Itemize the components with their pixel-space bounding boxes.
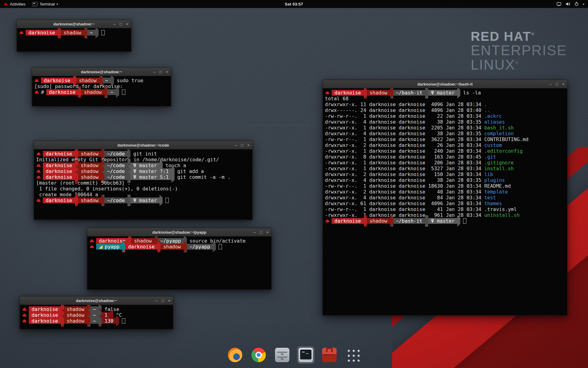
prompt-segment-user: darknoise [332, 218, 364, 224]
clock[interactable]: Sat 03:57 [285, 2, 303, 6]
redhat-logo-icon [3, 2, 8, 6]
maximize-button[interactable]: □ [241, 143, 243, 147]
prompt-line: #darknoiseshadow~ [34, 89, 169, 95]
file-row: -rwxrwxr-x. 1 darknoise darknoise 206 Ja… [325, 160, 565, 166]
titlebar[interactable]: darknoise@shadow:~ – □ × [17, 20, 131, 28]
file-name: README.md [484, 183, 511, 189]
top-bar: Activities Terminal ▾ Sat 03:57 ▾ [0, 0, 588, 8]
redhat-prompt-icon [36, 175, 41, 179]
titlebar[interactable]: darknoise@shadow:~ – □ × [32, 68, 171, 76]
prompt-segment-path: ~/code [104, 168, 128, 174]
terminal-content[interactable]: darknoiseshadow~sudo true[sudo] password… [32, 76, 171, 106]
maximize-button[interactable]: □ [160, 70, 162, 74]
terminal-content[interactable]: darknoiseshadow~falsedarknoiseshadow~1^C… [20, 305, 173, 329]
maximize-button[interactable]: □ [120, 22, 122, 26]
redhat-prompt-icon [325, 91, 330, 95]
dock-item-firefox[interactable] [226, 346, 244, 364]
dock-item-terminal[interactable] [297, 346, 315, 364]
minimize-button[interactable]: – [155, 299, 157, 303]
minimize-button[interactable]: – [235, 143, 237, 147]
close-button[interactable]: × [168, 299, 170, 303]
minimize-button[interactable]: – [153, 70, 155, 74]
file-row: drwxrwxr-x. 2 darknoise darknoise 40 Jan… [325, 189, 565, 195]
app-menu-terminal[interactable]: Terminal ▾ [29, 0, 61, 8]
terminal-cursor [122, 90, 125, 95]
file-row: drwxrwxr-x. 8 darknoise darknoise 163 Ja… [325, 154, 565, 160]
dock-item-chrome[interactable] [250, 346, 267, 364]
prompt-segment-user: darknoise [41, 78, 73, 83]
minimize-button[interactable]: – [549, 82, 552, 86]
segment-arrow [116, 315, 119, 327]
prompt-segment-user: darknoise [29, 306, 61, 312]
terminal-icon [299, 348, 313, 362]
maximize-button[interactable]: □ [260, 230, 262, 234]
background-trace-line [244, 125, 310, 125]
prompt-segment-path: ~/code [104, 174, 128, 180]
command-text: git commit -a -m . [177, 174, 230, 180]
prompt-segment-git: Ψ master [428, 90, 457, 96]
close-button[interactable]: × [266, 230, 269, 234]
dock-item-files[interactable] [273, 346, 291, 364]
terminal-mini-icon [32, 2, 38, 6]
prompt-segment-path: ~/pyapp [158, 238, 184, 244]
titlebar[interactable]: darknoise@shadow:~/code – □ × [34, 141, 252, 149]
system-status-area[interactable]: ▾ [554, 0, 587, 8]
prompt-segment-status: 130 [102, 318, 116, 324]
close-button[interactable]: × [166, 70, 168, 74]
prompt-line: darknoiseshadow~ [19, 30, 129, 36]
file-row: -rw-rw-r--. 1 darknoise darknoise 41 Jan… [325, 206, 565, 212]
file-row: drwx------. 24 darknoise darknoise 4096 … [325, 107, 565, 113]
activities-button[interactable]: Activities [0, 0, 29, 8]
window-controls: – □ × [549, 80, 564, 88]
file-name: completion [484, 131, 514, 136]
registered-mark: ® [531, 32, 535, 36]
minimize-button[interactable]: – [113, 22, 115, 26]
prompt-segment-path: ~/code [104, 163, 128, 168]
terminal-cursor [219, 244, 222, 249]
titlebar[interactable]: darknoise@shadow:~ – □ × [20, 297, 173, 305]
terminal-content[interactable]: darknoiseshadow~/codegit initInitialized… [34, 149, 252, 220]
minimize-button[interactable]: – [254, 230, 256, 234]
prompt-segment-git: Ψ master S:1 [130, 174, 172, 180]
close-button[interactable]: × [126, 22, 128, 26]
terminal-content[interactable]: darknoiseshadow~ [17, 28, 131, 52]
maximize-button[interactable]: □ [162, 299, 164, 303]
dock-item-toolbox[interactable] [321, 346, 338, 364]
terminal-content[interactable]: darknoiseshadow~/bash-itΨ masterls -lato… [323, 88, 567, 315]
file-meta: drwxrwxr-x. 4 darknoise darknoise 38 Jan… [325, 131, 484, 136]
segment-arrow [425, 88, 428, 98]
watermark-enterprise: ENTERPRISE [471, 43, 567, 58]
prompt-segment-git: Ψ master [130, 163, 160, 168]
file-meta: -rw-rw-r--. 1 darknoise darknoise 3622 J… [325, 136, 484, 142]
prompt-segment-host: shadow [78, 197, 101, 203]
file-meta: drwxrwxr-x. 2 darknoise darknoise 26 Jan… [325, 142, 484, 148]
prompt-segment-host: shadow [76, 78, 100, 83]
segment-arrow [78, 86, 81, 98]
prompt-segment-path: ~/pyapp [187, 244, 213, 250]
close-button[interactable]: × [562, 82, 564, 86]
terminal-cursor [101, 30, 105, 35]
titlebar[interactable]: darknoise@shadow:~/pyapp – □ × [87, 228, 271, 236]
prompt-segment-user: darknoise [29, 312, 61, 318]
registered-mark: ® [515, 60, 519, 65]
close-button[interactable]: × [247, 143, 250, 147]
file-name: custom [484, 142, 502, 148]
maximize-button[interactable]: □ [556, 82, 558, 86]
prompt-segment-git: Ψ master ?:1 [130, 168, 172, 174]
prompt-segment-venv: pyapp [96, 244, 122, 250]
segment-arrow [127, 195, 130, 206]
file-name: template [484, 189, 508, 195]
prompt-segment-host: shadow [81, 89, 104, 95]
file-name: CONTRIBUTING.md [484, 136, 529, 142]
prompt-segment-host: shadow [367, 90, 390, 96]
segment-arrow [364, 88, 367, 98]
output-line: [sudo] password for darknoise: [34, 83, 169, 89]
file-row: drwxrwxr-x. 4 darknoise darknoise 38 Jan… [325, 177, 565, 183]
redhat-prompt-icon [36, 198, 41, 203]
volume-icon [565, 2, 570, 6]
terminal-content[interactable]: darknoiseshadow~/pyappsource bin/activat… [87, 236, 271, 289]
prompt-segment-path: ~ [87, 30, 96, 36]
dock-item-app-grid[interactable] [344, 346, 362, 364]
titlebar[interactable]: darknoise@shadow:~/bash-it – □ × [323, 80, 567, 88]
segment-arrow [87, 315, 90, 327]
